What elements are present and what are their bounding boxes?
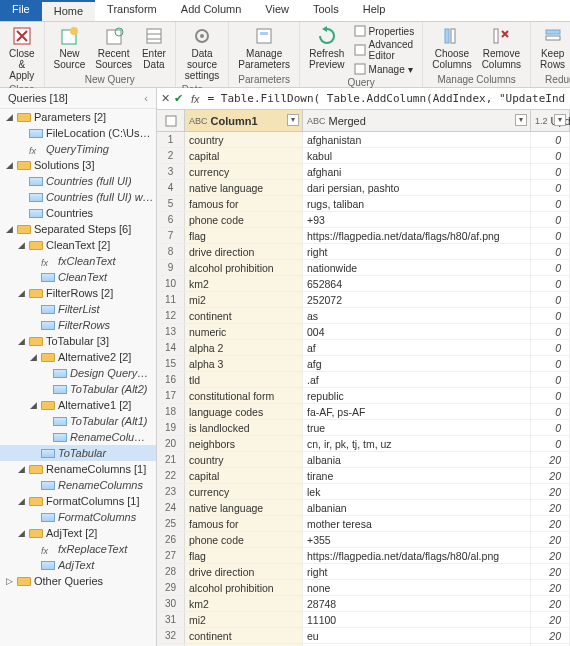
tree-item[interactable]: Countries (full UI) with... — [0, 189, 156, 205]
table-row[interactable]: 27flaghttps://flagpedia.net/data/flags/h… — [157, 548, 570, 564]
cell[interactable]: tirane — [303, 468, 531, 483]
tree-item[interactable]: ◢CleanText [2] — [0, 237, 156, 253]
cell[interactable]: .af — [303, 372, 531, 387]
cell[interactable]: 20 — [531, 468, 570, 483]
row-number[interactable]: 27 — [157, 548, 185, 563]
cell[interactable]: currency — [185, 164, 303, 179]
tab-tools[interactable]: Tools — [301, 0, 351, 21]
cell[interactable]: right — [303, 244, 531, 259]
cell[interactable]: +93 — [303, 212, 531, 227]
table-row[interactable]: 10km26528640 — [157, 276, 570, 292]
row-number[interactable]: 15 — [157, 356, 185, 371]
tree-item[interactable]: ◢Alternative2 [2] — [0, 349, 156, 365]
tree-toggle-icon[interactable]: ◢ — [16, 528, 26, 538]
table-row[interactable]: 28drive directionright20 — [157, 564, 570, 580]
cell[interactable]: af — [303, 340, 531, 355]
keep-rows-button[interactable]: Keep Rows — [537, 24, 568, 72]
tree-item[interactable]: FileLocation (C:\Users\L... — [0, 125, 156, 141]
column-filter-dropdown[interactable]: ▾ — [287, 114, 299, 126]
recent-sources-button[interactable]: Recent Sources — [92, 24, 135, 72]
cell[interactable]: currency — [185, 484, 303, 499]
tree-toggle-icon[interactable]: ◢ — [4, 224, 14, 234]
formula-commit-button[interactable]: ✔ — [174, 92, 183, 105]
cell[interactable]: 20 — [531, 628, 570, 643]
cell[interactable]: drive direction — [185, 244, 303, 259]
tree-item[interactable]: ToTabular (Alt1) — [0, 413, 156, 429]
row-number[interactable]: 5 — [157, 196, 185, 211]
table-row[interactable]: 23currencylek20 — [157, 484, 570, 500]
collapse-pane-icon[interactable]: ‹ — [144, 92, 148, 104]
row-number[interactable]: 2 — [157, 148, 185, 163]
row-number[interactable]: 26 — [157, 532, 185, 547]
column-filter-dropdown[interactable]: ▾ — [515, 114, 527, 126]
table-row[interactable]: 32continenteu20 — [157, 628, 570, 644]
cell[interactable]: 20 — [531, 452, 570, 467]
cell[interactable]: capital — [185, 468, 303, 483]
row-number[interactable]: 20 — [157, 436, 185, 451]
formula-input[interactable] — [208, 92, 566, 105]
cell[interactable]: 20 — [531, 516, 570, 531]
cell[interactable]: is landlocked — [185, 420, 303, 435]
table-row[interactable]: 18language codesfa-AF, ps-AF0 — [157, 404, 570, 420]
cell[interactable]: mi2 — [185, 612, 303, 627]
tab-help[interactable]: Help — [351, 0, 398, 21]
tree-item[interactable]: QueryTiming — [0, 141, 156, 157]
cell[interactable]: 0 — [531, 356, 570, 371]
cell[interactable]: famous for — [185, 196, 303, 211]
cell[interactable]: famous for — [185, 516, 303, 531]
cell[interactable]: constitutional form — [185, 388, 303, 403]
cell[interactable]: 0 — [531, 164, 570, 179]
table-row[interactable]: 17constitutional formrepublic0 — [157, 388, 570, 404]
tree-toggle-icon[interactable]: ◢ — [16, 336, 26, 346]
cell[interactable]: 0 — [531, 276, 570, 291]
cell[interactable]: mother teresa — [303, 516, 531, 531]
cell[interactable]: alcohol prohibition — [185, 260, 303, 275]
table-row[interactable]: 4native languagedari persian, pashto0 — [157, 180, 570, 196]
tab-file[interactable]: File — [0, 0, 42, 21]
cell[interactable]: republic — [303, 388, 531, 403]
tree-item[interactable]: fxCleanText — [0, 253, 156, 269]
row-number[interactable]: 17 — [157, 388, 185, 403]
row-number[interactable]: 9 — [157, 260, 185, 275]
cell[interactable]: eu — [303, 628, 531, 643]
cell[interactable]: phone code — [185, 212, 303, 227]
cell[interactable]: km2 — [185, 596, 303, 611]
row-number[interactable]: 31 — [157, 612, 185, 627]
tree-toggle-icon[interactable]: ◢ — [28, 352, 38, 362]
tree-item[interactable]: FilterList — [0, 301, 156, 317]
row-number[interactable]: 23 — [157, 484, 185, 499]
cell[interactable]: kabul — [303, 148, 531, 163]
row-number[interactable]: 1 — [157, 132, 185, 147]
enter-data-button[interactable]: Enter Data — [139, 24, 169, 72]
cell[interactable]: 28748 — [303, 596, 531, 611]
table-row[interactable]: 5famous forrugs, taliban0 — [157, 196, 570, 212]
cell[interactable]: 0 — [531, 180, 570, 195]
tree-item[interactable]: ◢Solutions [3] — [0, 157, 156, 173]
cell[interactable]: https://flagpedia.net/data/flags/h80/af.… — [303, 228, 531, 243]
cell[interactable]: flag — [185, 228, 303, 243]
table-row[interactable]: 25famous formother teresa20 — [157, 516, 570, 532]
cell[interactable]: 0 — [531, 404, 570, 419]
table-row[interactable]: 22capitaltirane20 — [157, 468, 570, 484]
table-row[interactable]: 13numeric0040 — [157, 324, 570, 340]
select-all-corner[interactable] — [157, 110, 185, 131]
cell[interactable]: 0 — [531, 260, 570, 275]
cell[interactable]: 0 — [531, 388, 570, 403]
table-row[interactable]: 15alpha 3afg0 — [157, 356, 570, 372]
cell[interactable]: alpha 3 — [185, 356, 303, 371]
row-number[interactable]: 13 — [157, 324, 185, 339]
tab-addcolumn[interactable]: Add Column — [169, 0, 254, 21]
row-number[interactable]: 7 — [157, 228, 185, 243]
tree-item[interactable]: ◢Alternative1 [2] — [0, 397, 156, 413]
table-row[interactable]: 11mi22520720 — [157, 292, 570, 308]
tree-toggle-icon[interactable]: ◢ — [16, 240, 26, 250]
tree-item[interactable]: FilterRows — [0, 317, 156, 333]
cell[interactable]: alpha 2 — [185, 340, 303, 355]
manage-button[interactable]: Manage ▾ — [352, 62, 417, 76]
cell[interactable]: 0 — [531, 132, 570, 147]
tree-item[interactable]: FormatColumns — [0, 509, 156, 525]
cell[interactable]: https://flagpedia.net/data/flags/h80/al.… — [303, 548, 531, 563]
table-row[interactable]: 26phone code+35520 — [157, 532, 570, 548]
cell[interactable]: afg — [303, 356, 531, 371]
tree-item[interactable]: ▷Other Queries — [0, 573, 156, 589]
